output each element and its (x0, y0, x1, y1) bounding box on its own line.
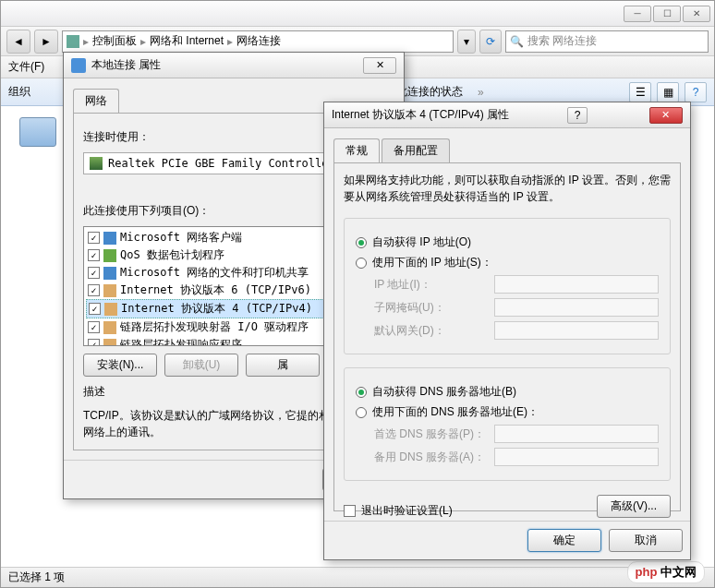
network-connection-icon[interactable] (19, 117, 56, 147)
toolbar-status[interactable]: 此连接的状态 (396, 84, 463, 100)
radio-icon (356, 237, 367, 248)
preview-icon[interactable]: ▦ (657, 82, 679, 102)
breadcrumb[interactable]: 网络和 Internet (150, 33, 224, 49)
ip-group: 自动获得 IP 地址(O) 使用下面的 IP 地址(S)： IP 地址(I)： … (344, 218, 671, 354)
gateway-label: 默认网关(D)： (374, 323, 494, 339)
status-bar: 已选择 1 项 php 中文网 (1, 567, 714, 587)
close-button[interactable]: ✕ (683, 6, 710, 22)
dns-group: 自动获得 DNS 服务器地址(B) 使用下面的 DNS 服务器地址(E)： 首选… (344, 367, 671, 481)
manual-dns-radio[interactable]: 使用下面的 DNS 服务器地址(E)： (356, 404, 659, 420)
radio-icon (356, 407, 367, 418)
search-placeholder: 搜索 网络连接 (527, 33, 597, 49)
refresh-button[interactable]: ⟳ (479, 30, 502, 54)
tab-general[interactable]: 常规 (333, 138, 380, 162)
dns1-label: 首选 DNS 服务器(P)： (374, 426, 494, 442)
tab-alternate[interactable]: 备用配置 (382, 138, 450, 162)
menu-file[interactable]: 文件(F) (8, 59, 44, 75)
tcpip-properties-dialog: Internet 协议版本 4 (TCP/IPv4) 属性 ? ✕ 常规 备用配… (323, 102, 691, 560)
view-icon[interactable]: ☰ (629, 82, 651, 102)
breadcrumb[interactable]: 网络连接 (236, 33, 281, 49)
gateway-input[interactable] (494, 321, 659, 340)
search-icon: 🔍 (510, 35, 524, 48)
computer-icon (67, 35, 79, 48)
checkbox-icon (344, 505, 356, 517)
auto-ip-radio[interactable]: 自动获得 IP 地址(O) (356, 234, 659, 250)
titlebar: ─ ☐ ✕ (1, 1, 714, 27)
toolbar-organize[interactable]: 组织 (8, 84, 30, 100)
minimize-button[interactable]: ─ (624, 6, 651, 22)
subnet-input[interactable] (494, 298, 659, 317)
advanced-button[interactable]: 高级(V)... (597, 495, 671, 518)
breadcrumb[interactable]: 控制面板 (92, 33, 137, 49)
dialog-title-bar[interactable]: Internet 协议版本 4 (TCP/IPv4) 属性 ? ✕ (324, 102, 690, 128)
search-input[interactable]: 🔍 搜索 网络连接 (505, 30, 709, 53)
adapter-icon (90, 157, 103, 170)
dropdown-button[interactable]: ▾ (457, 30, 476, 54)
status-text: 已选择 1 项 (8, 570, 65, 585)
radio-icon (356, 387, 367, 398)
watermark: php 中文网 (627, 561, 705, 583)
address-bar[interactable]: ▸ 控制面板 ▸ 网络和 Internet ▸ 网络连接 (62, 30, 454, 53)
close-icon[interactable]: ✕ (649, 107, 683, 124)
forward-button[interactable]: ► (34, 30, 58, 54)
back-button[interactable]: ◄ (6, 30, 30, 54)
subnet-label: 子网掩码(U)： (374, 300, 494, 316)
dialog-title: Internet 协议版本 4 (TCP/IPv4) 属性 (332, 107, 509, 123)
chevron-right-icon[interactable]: » (478, 86, 484, 99)
info-text: 如果网络支持此功能，则可以获取自动指派的 IP 设置。否则，您需要从网络系统管理… (344, 172, 671, 205)
ip-label: IP 地址(I)： (374, 277, 494, 293)
dns2-label: 备用 DNS 服务器(A)： (374, 450, 494, 465)
dialog-title-bar[interactable]: 本地连接 属性 ✕ (64, 53, 404, 78)
properties-button[interactable]: 属 (246, 354, 320, 377)
ip-input[interactable] (494, 275, 659, 294)
radio-icon (356, 258, 367, 269)
maximize-button[interactable]: ☐ (653, 6, 681, 22)
network-icon (71, 58, 86, 73)
ok-button[interactable]: 确定 (527, 529, 601, 552)
cancel-button[interactable]: 取消 (609, 529, 683, 552)
install-button[interactable]: 安装(N)... (83, 354, 157, 377)
auto-dns-radio[interactable]: 自动获得 DNS 服务器地址(B) (356, 384, 659, 400)
manual-ip-radio[interactable]: 使用下面的 IP 地址(S)： (356, 255, 659, 270)
dialog-title: 本地连接 属性 (91, 57, 161, 73)
validate-checkbox[interactable]: 退出时验证设置(L) (344, 503, 453, 519)
uninstall-button[interactable]: 卸载(U) (164, 354, 238, 377)
help-icon[interactable]: ? (567, 107, 588, 124)
adapter-name: Realtek PCIe GBE Family Controller (108, 157, 335, 170)
dns2-input[interactable] (494, 448, 659, 466)
help-icon[interactable]: ? (685, 82, 707, 102)
close-icon[interactable]: ✕ (363, 57, 396, 74)
dns1-input[interactable] (494, 425, 659, 443)
tab-network[interactable]: 网络 (73, 89, 119, 113)
